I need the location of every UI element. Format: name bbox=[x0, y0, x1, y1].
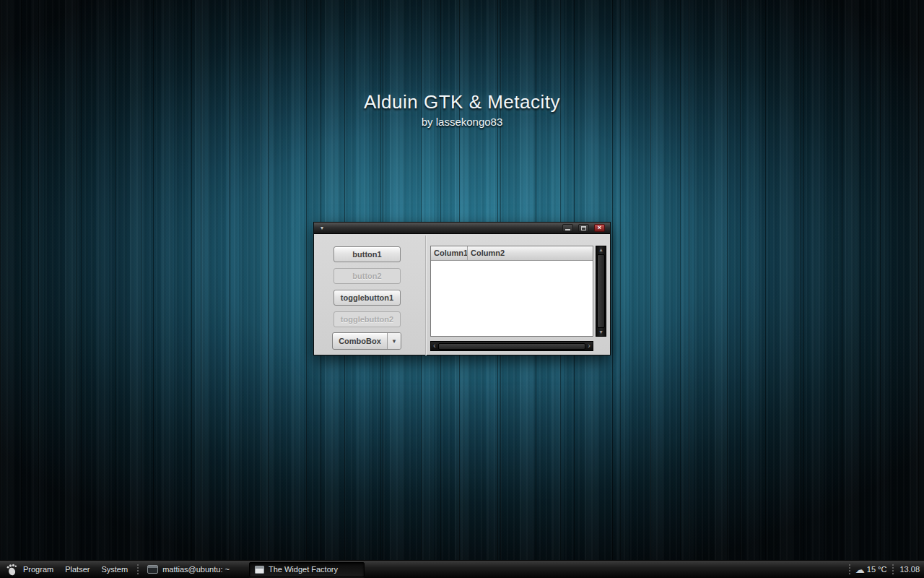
desktop: Alduin GTK & Metacity by lassekongo83 ▾ … bbox=[0, 0, 924, 578]
minimize-button[interactable] bbox=[562, 224, 573, 232]
minimize-icon bbox=[565, 229, 570, 230]
terminal-icon bbox=[147, 565, 158, 574]
window-menu-icon[interactable]: ▾ bbox=[321, 225, 323, 231]
theme-title: Alduin GTK & Metacity bbox=[0, 91, 924, 113]
scroll-up-icon[interactable]: ▴ bbox=[599, 247, 602, 253]
combobox-arrow-icon[interactable]: ▾ bbox=[387, 333, 401, 349]
button1[interactable]: button1 bbox=[334, 246, 401, 262]
scroll-left-icon[interactable]: ‹ bbox=[433, 342, 436, 349]
panel-right-area: ☁ 15 °C 13.08 bbox=[845, 564, 920, 575]
gnome-foot-graphic bbox=[6, 564, 17, 576]
combobox-value: ComboBox bbox=[333, 333, 387, 349]
theme-author: by lassekongo83 bbox=[0, 116, 924, 128]
panel-separator bbox=[849, 564, 850, 574]
window-titlebar[interactable]: ▾ × bbox=[314, 223, 610, 234]
window-controls: × bbox=[557, 224, 605, 232]
menu-program[interactable]: Program bbox=[17, 565, 59, 574]
treeview: Column1 Column2 bbox=[430, 246, 593, 337]
treeview-body[interactable] bbox=[431, 261, 593, 336]
task-terminal[interactable]: mattias@ubuntu: ~ bbox=[142, 562, 235, 577]
treeview-header: Column1 Column2 bbox=[431, 246, 593, 261]
horizontal-scrollbar-thumb[interactable] bbox=[438, 343, 586, 350]
menu-system[interactable]: System bbox=[95, 565, 134, 574]
weather-cloud-icon[interactable]: ☁ bbox=[855, 564, 865, 575]
panel-separator bbox=[137, 564, 139, 574]
clock[interactable]: 13.08 bbox=[899, 565, 920, 574]
maximize-icon bbox=[581, 226, 586, 230]
vertical-scrollbar[interactable]: ▴ ▾ bbox=[596, 246, 606, 337]
pane-divider bbox=[425, 236, 427, 355]
combobox[interactable]: ComboBox ▾ bbox=[332, 332, 401, 350]
scroll-down-icon[interactable]: ▾ bbox=[599, 329, 602, 335]
column1-header[interactable]: Column1 bbox=[431, 246, 468, 260]
gnome-menu-icon[interactable] bbox=[6, 564, 17, 576]
togglebutton2-disabled: togglebutton2 bbox=[334, 311, 401, 327]
bottom-panel: Program Platser System mattias@ubuntu: ~… bbox=[0, 560, 924, 578]
close-button[interactable]: × bbox=[594, 224, 605, 232]
button2-disabled: button2 bbox=[334, 268, 401, 284]
togglebutton1[interactable]: togglebutton1 bbox=[334, 290, 401, 306]
task-widget-factory[interactable]: The Widget Factory bbox=[249, 562, 365, 577]
vertical-scrollbar-thumb[interactable] bbox=[597, 254, 605, 328]
task-widget-factory-label: The Widget Factory bbox=[269, 565, 338, 574]
task-terminal-label: mattias@ubuntu: ~ bbox=[162, 565, 230, 574]
scroll-right-icon[interactable]: › bbox=[588, 342, 590, 349]
panel-separator bbox=[892, 564, 894, 574]
wallpaper-heading: Alduin GTK & Metacity by lassekongo83 bbox=[0, 91, 924, 128]
column2-header[interactable]: Column2 bbox=[468, 246, 593, 260]
maximize-button[interactable] bbox=[578, 224, 589, 232]
weather-temperature[interactable]: 15 °C bbox=[867, 565, 887, 574]
window-icon bbox=[255, 566, 264, 574]
menu-platser[interactable]: Platser bbox=[59, 565, 95, 574]
horizontal-scrollbar[interactable]: ‹ › bbox=[430, 341, 593, 351]
widget-factory-window: ▾ × button1 button2 togglebutton1 toggle… bbox=[313, 222, 611, 355]
